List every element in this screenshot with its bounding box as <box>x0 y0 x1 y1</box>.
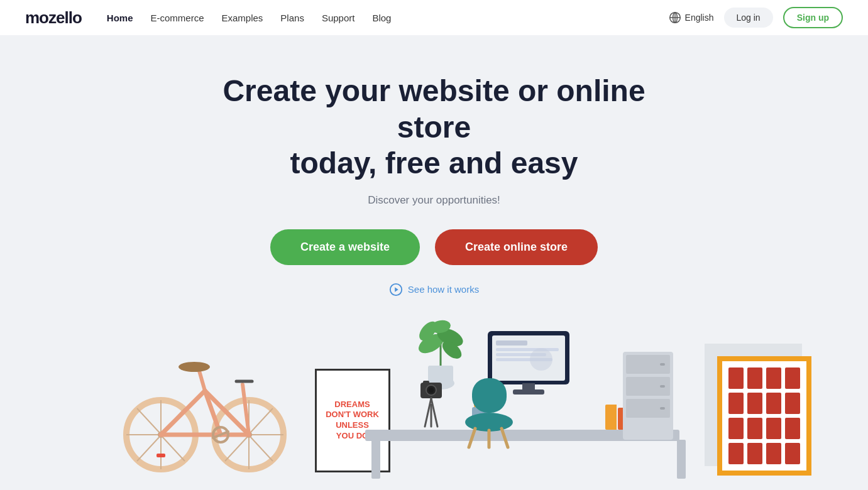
svg-rect-53 <box>496 340 527 346</box>
nav-ecommerce[interactable]: E-commerce <box>150 13 204 23</box>
scene: DREAMS DON'T WORK UNLESS YOU DO <box>57 315 811 479</box>
see-how-label: See how it works <box>408 284 479 295</box>
frames-right <box>686 344 811 476</box>
globe-icon <box>669 11 681 24</box>
svg-line-63 <box>502 428 508 447</box>
play-icon <box>389 283 403 297</box>
bicycle-illustration <box>120 334 296 472</box>
navbar: mozello Home E-commerce Examples Plans S… <box>0 0 868 35</box>
language-label: English <box>685 13 714 23</box>
svg-line-25 <box>250 408 273 433</box>
svg-line-31 <box>199 369 205 391</box>
svg-rect-59 <box>513 389 544 395</box>
hero-illustration: DREAMS DON'T WORK UNLESS YOU DO <box>0 309 868 479</box>
svg-line-24 <box>225 437 248 461</box>
svg-marker-5 <box>395 287 398 291</box>
create-store-button[interactable]: Create online store <box>435 229 598 265</box>
cabinet-drawer-2 <box>626 377 670 396</box>
hero-title-line2: today, free and easy <box>290 146 578 180</box>
svg-point-32 <box>179 362 210 372</box>
language-selector[interactable]: English <box>669 11 714 24</box>
nav-plans[interactable]: Plans <box>280 13 304 23</box>
svg-line-27 <box>161 391 205 435</box>
svg-point-57 <box>530 348 552 371</box>
cabinet-drawer-3 <box>626 399 670 418</box>
see-how-link[interactable]: See how it works <box>389 283 479 297</box>
nav-right: English Log in Sign up <box>669 7 843 28</box>
nav-support[interactable]: Support <box>322 13 355 23</box>
nav-home[interactable]: Home <box>107 13 133 23</box>
svg-rect-37 <box>157 454 165 457</box>
yellow-frame <box>717 356 811 476</box>
dot-grid <box>722 361 806 471</box>
svg-line-16 <box>137 437 160 461</box>
chair-illustration <box>463 375 516 450</box>
logo[interactable]: mozello <box>25 8 82 28</box>
cabinet-illustration <box>623 352 673 440</box>
signup-button[interactable]: Sign up <box>783 7 843 28</box>
hero-section: Create your website or online store toda… <box>0 35 868 479</box>
login-button[interactable]: Log in <box>724 8 773 28</box>
hero-title-line1: Create your website or online store <box>222 74 645 144</box>
svg-line-23 <box>250 437 273 461</box>
cabinet-drawer-1 <box>626 355 670 374</box>
desk-area <box>365 315 692 479</box>
camera-illustration <box>415 379 447 430</box>
desk-leg-left <box>371 440 380 479</box>
hero-subtitle: Discover your opportunities! <box>368 194 500 207</box>
svg-rect-60 <box>472 378 507 413</box>
create-website-button[interactable]: Create a website <box>270 229 420 265</box>
hero-title: Create your website or online store toda… <box>183 73 686 182</box>
desk-leg-right <box>677 440 686 479</box>
svg-line-14 <box>137 408 160 433</box>
svg-rect-54 <box>496 348 559 351</box>
nav-links: Home E-commerce Examples Plans Support B… <box>107 13 669 23</box>
nav-examples[interactable]: Examples <box>222 13 263 23</box>
nav-blog[interactable]: Blog <box>372 13 391 23</box>
svg-line-15 <box>162 437 185 461</box>
svg-point-68 <box>429 388 434 393</box>
svg-rect-66 <box>423 381 429 384</box>
svg-line-62 <box>469 428 475 447</box>
cta-buttons: Create a website Create online store <box>270 229 598 265</box>
